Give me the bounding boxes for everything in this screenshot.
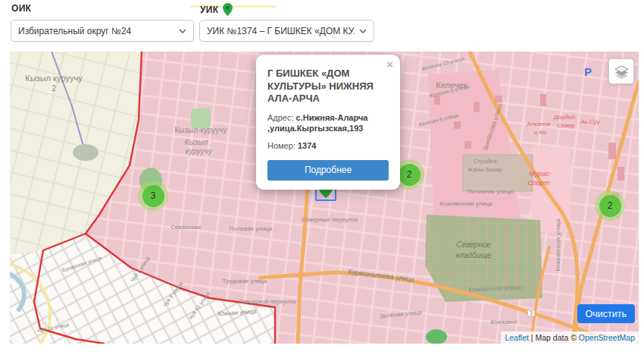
layers-icon: [613, 63, 630, 80]
popup-number-label: Номер:: [267, 141, 298, 150]
chevron-down-icon: [179, 29, 186, 33]
uik-label-text: УИК: [200, 5, 218, 15]
map-canvas[interactable]: Кызыл куруучу2Кызыл-куруучуКызылкуруучуК…: [10, 52, 639, 344]
attribution-prefix: Map data ©: [536, 333, 579, 342]
cluster-marker[interactable]: 3: [138, 181, 168, 211]
popup-close-icon[interactable]: ×: [386, 58, 393, 70]
attribution-separator: |: [529, 333, 536, 342]
popup-number: Номер: 1374: [267, 140, 389, 151]
popup-title: Г БИШКЕК «ДОМ КУЛЬТУРЫ» НИЖНЯЯ АЛА-АРЧА: [267, 68, 389, 105]
uik-label: УИК: [200, 3, 233, 16]
popup-address-label: Адрес:: [267, 113, 296, 122]
cluster-count: 2: [599, 195, 621, 217]
chevron-down-icon: [359, 29, 367, 33]
oik-label: ОИК: [11, 3, 31, 14]
details-button[interactable]: Подробнее: [267, 160, 389, 181]
popup-number-value: 1374: [298, 141, 316, 150]
oik-select[interactable]: Избирательный округ №24: [11, 20, 194, 42]
oik-label-text: ОИК: [11, 3, 31, 14]
cluster-count: 2: [399, 164, 420, 186]
clear-button[interactable]: Очистить: [577, 304, 635, 323]
popup-address: Адрес: с.Нижняя-Аларча ,улица.Кыргызская…: [267, 112, 389, 134]
map-pin-icon: [223, 3, 233, 16]
cluster-marker[interactable]: 2: [595, 190, 625, 221]
oik-select-value: Избирательный округ №24: [18, 26, 131, 36]
openstreetmap-link[interactable]: OpenStreetMap: [579, 333, 635, 342]
uik-select[interactable]: УИК №1374 – Г БИШКЕК «ДОМ КУЛЬТУРЫ: [199, 20, 374, 42]
map-attribution: Leaflet | Map data © OpenStreetMap: [501, 332, 639, 344]
map-popup: × Г БИШКЕК «ДОМ КУЛЬТУРЫ» НИЖНЯЯ АЛА-АРЧ…: [256, 55, 400, 190]
leaflet-link[interactable]: Leaflet: [505, 333, 529, 342]
uik-select-value: УИК №1374 – Г БИШКЕК «ДОМ КУЛЬТУРЫ: [207, 26, 355, 36]
layers-control-button[interactable]: [608, 58, 634, 84]
cluster-count: 3: [142, 185, 164, 207]
